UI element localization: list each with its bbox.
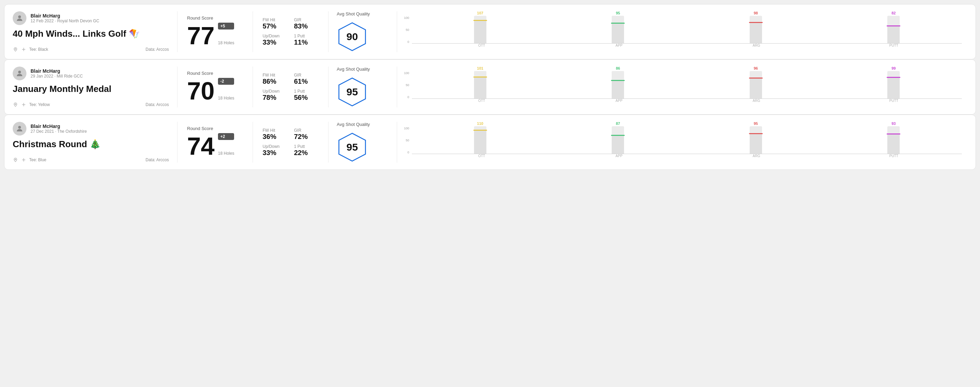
gir-stat: GIR 72% xyxy=(294,128,319,141)
tee-icon xyxy=(21,47,26,52)
chart-section: 100 50 0 107 95 xyxy=(397,11,967,52)
x-label-putt: PUTT xyxy=(826,154,962,158)
tee-icon xyxy=(21,157,26,163)
gir-value: 72% xyxy=(294,133,319,141)
user-row: Blair McHarg 29 Jan 2022 · Mill Ride GCC xyxy=(13,67,169,80)
x-label-putt: PUTT xyxy=(826,44,962,48)
tee-icon xyxy=(21,102,26,107)
x-label-app: APP xyxy=(551,99,687,103)
gir-stat: GIR 61% xyxy=(294,73,319,86)
score-row: 77 +5 18 Holes xyxy=(187,23,243,48)
big-score: 70 xyxy=(187,79,215,103)
stats-grid: FW Hit 86% GIR 61% Up/Down 78% 1 Putt 56… xyxy=(262,73,318,102)
one-putt-stat: 1 Putt 11% xyxy=(294,33,319,46)
hexagon-score: 90 xyxy=(346,31,358,43)
updown-value: 33% xyxy=(262,149,287,157)
y-axis-0: 0 xyxy=(404,95,409,99)
left-section: Blair McHarg 27 Dec 2021 · The Oxfordshi… xyxy=(13,122,177,163)
y-axis-100: 100 xyxy=(404,16,409,19)
quality-label: Avg Shot Quality xyxy=(337,67,370,72)
x-label-arg: ARG xyxy=(689,154,824,158)
user-meta: 27 Dec 2021 · The Oxfordshire xyxy=(30,129,87,134)
bottom-row: Tee: Blue Data: Arccos xyxy=(13,157,169,163)
quality-label: Avg Shot Quality xyxy=(337,122,370,127)
svg-point-10 xyxy=(18,126,21,128)
round-card: Blair McHarg 29 Jan 2022 · Mill Ride GCC… xyxy=(4,59,976,114)
bar-value-putt: 82 xyxy=(891,11,896,15)
updown-stat: Up/Down 78% xyxy=(262,89,287,102)
svg-point-6 xyxy=(15,104,16,105)
updown-stat: Up/Down 33% xyxy=(262,33,287,46)
gir-label: GIR xyxy=(294,17,319,22)
user-info: Blair McHarg 29 Jan 2022 · Mill Ride GCC xyxy=(30,68,83,79)
gir-label: GIR xyxy=(294,128,319,133)
bar-value-app: 86 xyxy=(616,66,620,70)
round-title: Christmas Round 🎄 xyxy=(13,139,169,149)
bar-value-arg: 96 xyxy=(754,66,758,70)
round-card: Blair McHarg 27 Dec 2021 · The Oxfordshi… xyxy=(4,114,976,170)
updown-label: Up/Down xyxy=(262,144,287,149)
avatar xyxy=(13,67,26,80)
avatar xyxy=(13,11,26,25)
chart-bar-arg: 95 xyxy=(687,121,824,154)
stats-section: FW Hit 57% GIR 83% Up/Down 33% 1 Putt 11… xyxy=(253,11,328,52)
stats-section: FW Hit 36% GIR 72% Up/Down 33% 1 Putt 22… xyxy=(253,122,328,163)
user-name: Blair McHarg xyxy=(30,13,99,19)
user-info: Blair McHarg 12 Feb 2022 · Royal North D… xyxy=(30,13,99,23)
y-axis-50: 50 xyxy=(404,139,409,142)
tee-label: Tee: Black xyxy=(29,47,48,52)
weather-icon xyxy=(13,102,18,107)
score-badge: +2 xyxy=(218,133,234,140)
hexagon-score: 95 xyxy=(346,86,358,98)
round-title: 40 Mph Winds... Links Golf 🪁 xyxy=(13,29,169,39)
chart-bar-app: 87 xyxy=(550,121,687,154)
svg-point-5 xyxy=(18,71,21,73)
fw-hit-value: 36% xyxy=(262,133,287,141)
x-label-app: APP xyxy=(551,154,687,158)
data-source: Data: Arccos xyxy=(146,47,169,52)
quality-section: Avg Shot Quality 95 xyxy=(328,122,397,163)
user-name: Blair McHarg xyxy=(30,124,87,129)
updown-value: 33% xyxy=(262,38,287,46)
y-axis-100: 100 xyxy=(404,71,409,75)
quality-label: Avg Shot Quality xyxy=(337,11,370,16)
data-source: Data: Arccos xyxy=(146,157,169,162)
fw-hit-value: 86% xyxy=(262,78,287,86)
y-axis-50: 50 xyxy=(404,28,409,32)
fw-hit-label: FW Hit xyxy=(262,17,287,22)
bar-value-ott: 101 xyxy=(477,66,483,70)
x-label-ott: OTT xyxy=(414,154,550,158)
big-score: 74 xyxy=(187,134,215,159)
hexagon: 95 xyxy=(337,132,368,163)
svg-point-1 xyxy=(15,48,16,49)
hexagon: 90 xyxy=(337,21,368,52)
fw-hit-stat: FW Hit 36% xyxy=(262,128,287,141)
score-holes: 18 Holes xyxy=(218,96,234,100)
bar-value-app: 87 xyxy=(616,121,620,125)
one-putt-label: 1 Putt xyxy=(294,144,319,149)
hexagon: 95 xyxy=(337,76,368,107)
fw-hit-label: FW Hit xyxy=(262,128,287,133)
weather-icon xyxy=(13,47,18,52)
score-section: Round Score 77 +5 18 Holes xyxy=(177,11,253,52)
x-label-ott: OTT xyxy=(414,44,550,48)
one-putt-value: 22% xyxy=(294,149,319,157)
chart-bar-ott: 110 xyxy=(412,121,549,154)
y-axis-0: 0 xyxy=(404,151,409,154)
bar-value-arg: 98 xyxy=(754,11,758,15)
tee-label: Tee: Yellow xyxy=(29,102,50,107)
svg-point-11 xyxy=(15,159,16,160)
chart-bar-app: 95 xyxy=(550,11,687,43)
score-section: Round Score 70 -2 18 Holes xyxy=(177,67,253,107)
one-putt-stat: 1 Putt 22% xyxy=(294,144,319,157)
stats-section: FW Hit 86% GIR 61% Up/Down 78% 1 Putt 56… xyxy=(253,67,328,107)
score-section: Round Score 74 +2 18 Holes xyxy=(177,122,253,163)
bottom-row: Tee: Yellow Data: Arccos xyxy=(13,102,169,107)
updown-label: Up/Down xyxy=(262,33,287,38)
round-score-label: Round Score xyxy=(187,16,243,21)
chart-bar-putt: 99 xyxy=(826,66,962,98)
fw-hit-value: 57% xyxy=(262,22,287,30)
round-card: Blair McHarg 12 Feb 2022 · Royal North D… xyxy=(4,4,976,59)
round-score-label: Round Score xyxy=(187,126,243,131)
tee-info: Tee: Black xyxy=(13,47,48,52)
